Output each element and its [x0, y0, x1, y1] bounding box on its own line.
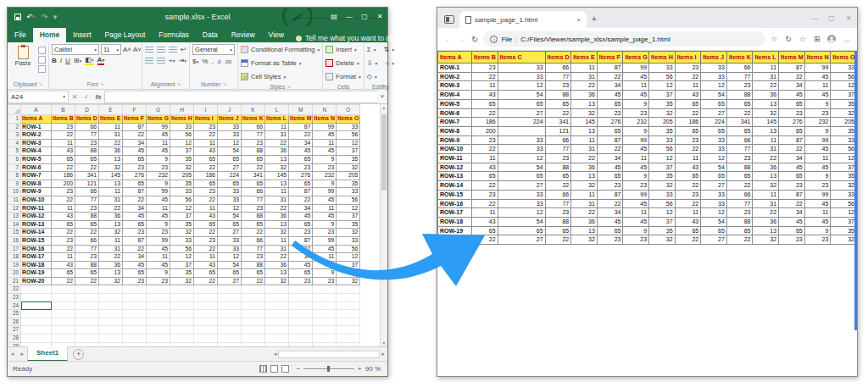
column-header-L[interactable]: L [265, 105, 289, 115]
cell[interactable]: 12 [218, 139, 242, 147]
cell[interactable]: 36 [265, 147, 289, 156]
horizontal-scrollbar[interactable]: ◂ ▸ [274, 351, 387, 358]
cell[interactable]: 66 [242, 123, 265, 131]
cell[interactable]: 34 [123, 204, 147, 213]
cell[interactable]: ROW-15 [21, 236, 52, 245]
cell[interactable] [147, 285, 170, 294]
cell[interactable]: 232 [147, 172, 170, 180]
cell[interactable]: 11 [52, 253, 75, 262]
cell[interactable]: 276 [123, 172, 147, 180]
cell[interactable]: 145 [265, 172, 289, 180]
cell[interactable] [242, 310, 265, 318]
cell[interactable]: Items F [123, 115, 147, 124]
cell[interactable]: 56 [337, 196, 360, 204]
cell[interactable]: 32 [99, 163, 123, 172]
cell[interactable]: 37 [170, 213, 194, 221]
align-middle-icon[interactable] [157, 47, 165, 53]
cell[interactable] [99, 285, 123, 294]
cell[interactable]: 23 [52, 123, 75, 131]
align-center-icon[interactable] [157, 58, 165, 64]
expand-formula-bar-icon[interactable]: ▼ [377, 94, 387, 99]
cell[interactable]: 13 [265, 269, 289, 278]
cell[interactable] [194, 301, 218, 310]
cell[interactable]: 88 [242, 261, 265, 269]
row-header-8[interactable]: 8 [8, 172, 21, 180]
cell[interactable] [170, 342, 194, 346]
cell[interactable]: Items L [265, 115, 289, 124]
cell[interactable]: 32 [170, 277, 194, 285]
cell[interactable] [123, 310, 147, 318]
cell[interactable]: 88 [75, 261, 99, 269]
cell[interactable]: 87 [123, 236, 147, 245]
cell[interactable]: 34 [123, 139, 147, 147]
cell[interactable] [289, 342, 313, 346]
cell[interactable]: 27 [218, 277, 242, 285]
cell[interactable]: 23 [123, 229, 147, 237]
cell[interactable]: 45 [147, 196, 170, 204]
normal-view-icon[interactable] [259, 365, 267, 373]
profile-avatar[interactable] [827, 35, 836, 43]
cell[interactable] [75, 318, 99, 326]
cell[interactable]: 32 [170, 229, 194, 237]
forward-icon[interactable]: → [458, 35, 466, 44]
fill-color-icon[interactable]: ◧▾ [85, 57, 93, 65]
cell[interactable]: 11 [265, 236, 289, 245]
minimize-icon[interactable]: — [342, 8, 357, 26]
cell[interactable]: Items J [218, 115, 242, 124]
cell[interactable]: 87 [123, 123, 147, 131]
cell[interactable]: 65 [194, 220, 218, 229]
fill-icon[interactable]: ⇩ [367, 59, 373, 68]
cell[interactable] [218, 285, 242, 294]
cell[interactable]: 23 [194, 236, 218, 245]
cell[interactable] [123, 318, 147, 326]
row-header-17[interactable]: 17 [8, 245, 21, 253]
cell[interactable]: 121 [75, 180, 99, 188]
align-bottom-icon[interactable] [169, 47, 177, 53]
share-button[interactable]: Share [398, 27, 442, 41]
minimize-icon[interactable]: — [806, 9, 823, 28]
formula-input[interactable] [104, 91, 377, 103]
cell[interactable]: 65 [52, 220, 75, 229]
page-break-view-icon[interactable] [281, 365, 289, 373]
column-header-K[interactable]: K [242, 105, 265, 115]
cell[interactable] [313, 310, 337, 318]
cell[interactable] [337, 318, 360, 326]
cell[interactable]: 22 [265, 253, 289, 262]
cell[interactable] [265, 334, 289, 343]
cell[interactable]: 22 [242, 163, 265, 172]
row-header-22[interactable]: 22 [8, 285, 21, 294]
ribbon-tab-data[interactable]: Data [196, 28, 225, 42]
cell[interactable]: ROW-17 [21, 253, 52, 262]
cell[interactable]: 33 [170, 188, 194, 196]
cell[interactable]: 45 [147, 245, 170, 253]
cell[interactable] [99, 294, 123, 302]
cell[interactable] [99, 301, 123, 310]
collapse-ribbon-icon[interactable]: ∧ [382, 82, 386, 88]
cell[interactable] [147, 326, 170, 334]
cell[interactable]: 65 [218, 269, 242, 278]
cell[interactable]: 35 [170, 220, 194, 229]
cell[interactable] [21, 326, 52, 334]
cell[interactable]: 12 [218, 253, 242, 262]
row-header-16[interactable]: 16 [8, 236, 21, 245]
column-header-N[interactable]: N [313, 105, 337, 115]
cell[interactable]: 205 [170, 172, 194, 180]
cell[interactable]: Items M [289, 115, 313, 124]
cell[interactable]: 43 [194, 261, 218, 269]
cell[interactable]: 13 [265, 180, 289, 188]
cell[interactable]: 33 [218, 131, 242, 140]
font-name-select[interactable]: Calibri▾ [52, 44, 99, 55]
cell[interactable]: 65 [75, 269, 99, 278]
cell[interactable]: 13 [99, 220, 123, 229]
row-header-14[interactable]: 14 [8, 220, 21, 229]
cell[interactable] [170, 318, 194, 326]
format-as-table-button[interactable]: Format as Table▾ [241, 58, 301, 69]
cell[interactable]: 33 [170, 236, 194, 245]
cell[interactable]: 12 [337, 204, 360, 213]
close-icon[interactable]: ✕ [372, 8, 387, 26]
cell[interactable]: 9 [313, 180, 337, 188]
cell[interactable]: 32 [170, 163, 194, 172]
cell[interactable]: Items A [21, 115, 52, 124]
row-header-23[interactable]: 23 [8, 294, 21, 302]
cell[interactable]: 35 [170, 155, 194, 163]
